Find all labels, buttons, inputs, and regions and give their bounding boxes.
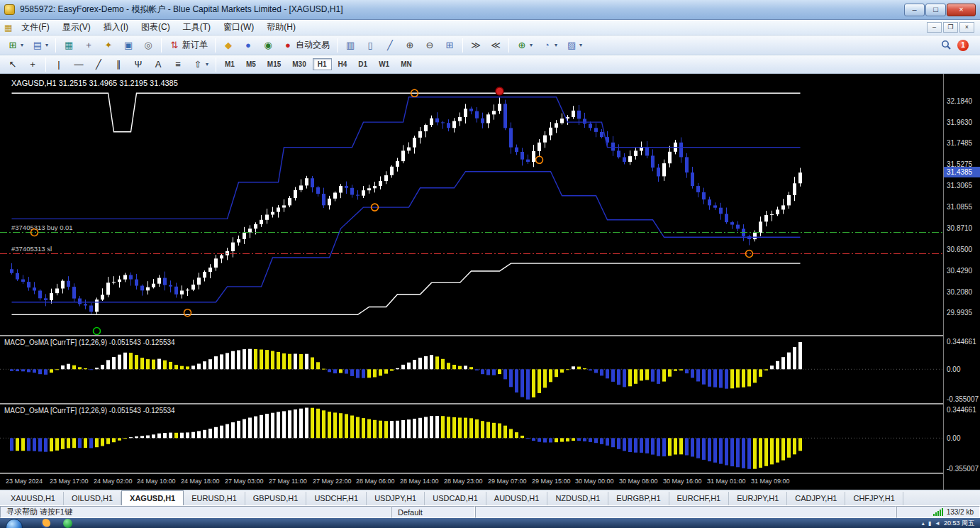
timeframe-m30[interactable]: M30 (287, 58, 311, 70)
time-axis-label: 28 May 14:00 (400, 478, 439, 485)
chart-tab-usdjpy[interactable]: USDJPY,H1 (367, 492, 425, 505)
channel-icon: ∥ (113, 59, 124, 70)
menu-item-3[interactable]: 插入(I) (97, 20, 135, 35)
price-axis-label: 30.6500 (947, 246, 972, 253)
status-bar: 寻求帮助 请按F1键 Default 133/2 kb (0, 505, 980, 518)
toolbar-separator (55, 38, 56, 53)
chart-tab-audusd[interactable]: AUDUSD,H1 (486, 492, 548, 505)
main-price-chart[interactable]: #37405313 buy 0.01#37405313 sl (0, 74, 943, 335)
bar-chart-button[interactable]: ▥ (341, 37, 360, 53)
experts-icon: ● (243, 40, 254, 51)
taskbar-clock[interactable]: 20:53 周五 (944, 519, 974, 528)
menu-item-1[interactable]: 文件(F) (15, 20, 55, 35)
menu-item-2[interactable]: 显示(V) (56, 20, 97, 35)
timeframe-m15[interactable]: M15 (262, 58, 286, 70)
text-button[interactable]: A (149, 56, 167, 72)
chart-tab-xauusd[interactable]: XAUUSD,H1 (3, 492, 64, 505)
navigator-button[interactable]: ✦ (99, 37, 118, 53)
experts-button[interactable]: ● (239, 37, 257, 53)
timeframe-m5[interactable]: M5 (241, 58, 261, 70)
strategy-tester-button[interactable]: ◎ (139, 37, 157, 53)
timeframe-h1[interactable]: H1 (313, 58, 332, 70)
chart-restore-button[interactable]: ❐ (943, 22, 958, 33)
chart-close-button[interactable]: × (959, 22, 974, 33)
autotrading-button[interactable]: ●自动交易 (279, 37, 333, 53)
price-axis-label: 31.3065 (947, 182, 972, 189)
time-axis-label: 31 May 01:00 (707, 478, 746, 485)
chart-tab-usdcad[interactable]: USDCAD,H1 (425, 492, 486, 505)
candle-chart-button[interactable]: ▯ (361, 37, 379, 53)
arrows-button[interactable]: ⇧▾ (189, 56, 212, 72)
menu-item-7[interactable]: 帮助(H) (260, 20, 302, 35)
new-order-button[interactable]: ⇅新订单 (165, 37, 211, 53)
toolbar-separator (508, 38, 509, 53)
menu-item-5[interactable]: 工具(T) (177, 20, 217, 35)
price-axis[interactable]: 32.184031.963031.748531.527531.306531.08… (943, 74, 980, 490)
chart-tab-eurgbp[interactable]: EURGBP,H1 (608, 492, 669, 505)
time-axis-label: 29 May 07:00 (488, 478, 527, 485)
templates-icon: ▨ (566, 40, 577, 51)
cursor-button[interactable]: ↖ (4, 56, 22, 72)
internet-button[interactable]: ◉ (259, 37, 277, 53)
timeframe-m1[interactable]: M1 (220, 58, 240, 70)
data-window-button[interactable]: + (79, 37, 98, 53)
chart-tab-eurusd[interactable]: EURUSD,H1 (184, 492, 245, 505)
line-chart-icon: ╱ (384, 40, 396, 51)
channel-button[interactable]: ∥ (109, 56, 128, 72)
horizontal-line-button[interactable]: — (69, 56, 88, 72)
indicators-icon: ⊕ (516, 40, 528, 51)
app-taskbar-icon[interactable] (63, 519, 72, 528)
system-tray[interactable]: ▴ ▮ ◄ 20:53 周五 (922, 519, 980, 528)
chart-shift-button[interactable]: ≪ (486, 37, 505, 53)
chart-minimize-button[interactable]: – (927, 22, 942, 33)
maximize-button[interactable]: □ (925, 4, 946, 16)
chart-tab-nzdusd[interactable]: NZDUSD,H1 (547, 492, 608, 505)
tray-network-icon[interactable]: ▮ (928, 520, 931, 527)
auto-scroll-button[interactable]: ≫ (467, 37, 485, 53)
indicator-panel-2[interactable] (0, 405, 943, 473)
profiles-button[interactable]: ▤▾ (28, 37, 52, 53)
timeframe-mn[interactable]: MN (396, 58, 417, 70)
menu-item-4[interactable]: 图表(C) (135, 20, 177, 35)
toolbar-separator (161, 38, 162, 53)
chart-tab-cadjpy[interactable]: CADJPY,H1 (787, 492, 845, 505)
pitchfork-button[interactable]: Ψ (129, 56, 147, 72)
zoom-in-button[interactable]: ⊕ (401, 37, 419, 53)
browser-taskbar-icon[interactable] (41, 519, 50, 528)
minimize-button[interactable]: – (904, 4, 925, 16)
search-icon[interactable] (941, 40, 952, 50)
notification-badge[interactable]: 1 (957, 40, 969, 51)
chart-tab-eurjpy[interactable]: EURJPY,H1 (729, 492, 787, 505)
terminal-button[interactable]: ▣ (119, 37, 138, 53)
fibonacci-button[interactable]: ≡ (169, 56, 187, 72)
chart-tab-gbpusd[interactable]: GBPUSD,H1 (245, 492, 307, 505)
crosshair-button[interactable]: + (23, 56, 42, 72)
new-chart-button[interactable]: ⊞▾ (4, 37, 27, 53)
chart-tab-usdchf[interactable]: USDCHF,H1 (306, 492, 367, 505)
timeframe-w1[interactable]: W1 (374, 58, 394, 70)
indicators-button[interactable]: ⊕▾ (513, 37, 536, 53)
chart-tab-chfjpy[interactable]: CHFJPY,H1 (845, 492, 903, 505)
tray-volume-icon[interactable]: ◄ (935, 520, 940, 527)
timeframe-d1[interactable]: D1 (353, 58, 372, 70)
market-watch-button[interactable]: ▦ (60, 37, 78, 53)
indicator-panel-1[interactable] (0, 336, 943, 403)
tray-show-hidden-icon[interactable]: ▴ (922, 520, 925, 527)
chart-tab-xagusd[interactable]: XAGUSD,H1 (121, 490, 184, 505)
metaeditor-button[interactable]: ◆ (219, 37, 238, 53)
periods-button[interactable]: ◔▾ (538, 37, 561, 53)
tile-windows-button[interactable]: ⊞ (440, 37, 459, 53)
zoom-out-button[interactable]: ⊖ (421, 37, 439, 53)
timeframe-h4[interactable]: H4 (333, 58, 352, 70)
menu-item-6[interactable]: 窗口(W) (217, 20, 260, 35)
status-profile[interactable]: Default (391, 506, 475, 518)
time-axis[interactable]: 23 May 202423 May 17:0024 May 02:0024 Ma… (0, 474, 943, 490)
start-button[interactable] (6, 519, 23, 528)
chart-tab-oilusd[interactable]: OILUSD,H1 (64, 492, 121, 505)
line-chart-button[interactable]: ╱ (381, 37, 399, 53)
templates-button[interactable]: ▨▾ (562, 37, 586, 53)
vertical-line-button[interactable]: | (50, 56, 68, 72)
close-button[interactable]: × (947, 4, 976, 16)
trendline-button[interactable]: ╱ (89, 56, 108, 72)
chart-tab-eurchf[interactable]: EURCHF,H1 (669, 492, 730, 505)
